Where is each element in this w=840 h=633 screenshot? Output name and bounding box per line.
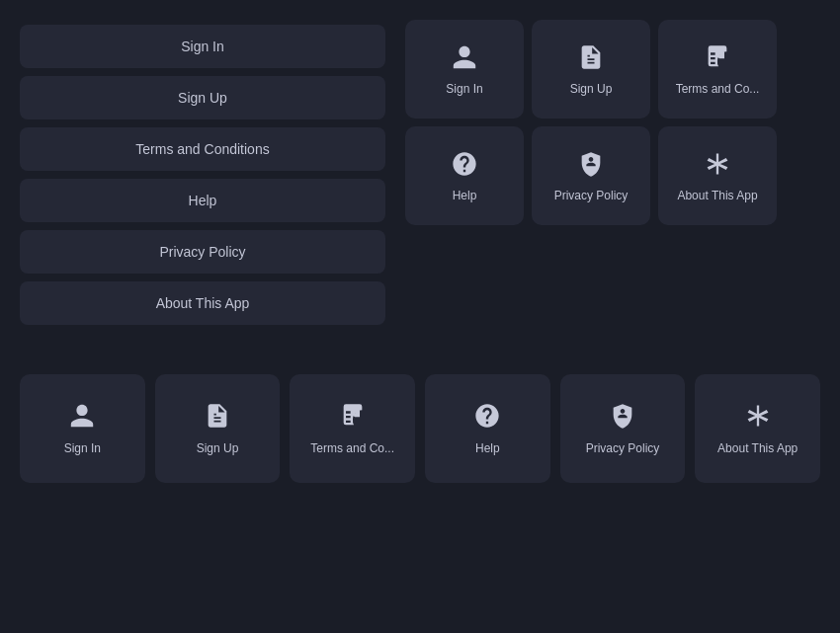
terms-tile[interactable]: Terms and Co... — [658, 20, 777, 119]
doc-icon — [204, 402, 231, 434]
terms-list-btn[interactable]: Terms and Conditions — [20, 127, 385, 171]
sign-up-bottom[interactable]: Sign Up — [155, 374, 281, 483]
sign-in-bottom[interactable]: Sign In — [20, 374, 145, 483]
icon-grid-panel: Sign InSign UpTerms and Co...HelpPrivacy… — [405, 20, 777, 325]
book-icon — [339, 402, 367, 434]
sign-in-tile-label: Sign In — [442, 82, 486, 96]
about-tile-label: About This App — [673, 189, 761, 202]
terms-tile-label: Terms and Co... — [672, 82, 764, 96]
asterisk-icon — [744, 402, 772, 434]
help-bottom-label: Help — [471, 441, 504, 455]
bottom-tiles-panel: Sign InSign UpTerms and Co...HelpPrivacy… — [20, 374, 820, 483]
privacy-list-btn[interactable]: Privacy Policy — [20, 230, 385, 274]
shield-icon — [577, 150, 605, 181]
doc-icon — [577, 43, 605, 74]
sign-up-list-btn[interactable]: Sign Up — [20, 76, 385, 119]
privacy-bottom[interactable]: Privacy Policy — [560, 374, 686, 483]
sign-up-tile-label: Sign Up — [566, 82, 617, 96]
question-icon — [451, 150, 478, 181]
help-tile[interactable]: Help — [405, 126, 524, 225]
about-bottom-label: About This App — [714, 441, 801, 455]
about-tile[interactable]: About This App — [658, 126, 777, 225]
shield-icon — [609, 402, 636, 434]
help-tile-label: Help — [449, 189, 481, 202]
privacy-tile[interactable]: Privacy Policy — [532, 126, 650, 225]
sign-up-bottom-label: Sign Up — [193, 441, 243, 455]
terms-bottom[interactable]: Terms and Co... — [290, 374, 415, 483]
sign-up-tile[interactable]: Sign Up — [532, 20, 650, 119]
help-list-btn[interactable]: Help — [20, 179, 385, 222]
list-buttons-panel: Sign InSign UpTerms and ConditionsHelpPr… — [20, 20, 385, 325]
sign-in-tile[interactable]: Sign In — [405, 20, 524, 119]
user-icon — [68, 402, 96, 434]
about-list-btn[interactable]: About This App — [20, 281, 385, 325]
question-icon — [473, 402, 501, 434]
asterisk-icon — [704, 150, 731, 181]
privacy-bottom-label: Privacy Policy — [582, 441, 664, 455]
privacy-tile-label: Privacy Policy — [550, 189, 632, 202]
help-bottom[interactable]: Help — [425, 374, 550, 483]
terms-bottom-label: Terms and Co... — [306, 441, 398, 455]
top-section: Sign InSign UpTerms and ConditionsHelpPr… — [20, 20, 820, 325]
sign-in-list-btn[interactable]: Sign In — [20, 25, 385, 68]
sign-in-bottom-label: Sign In — [60, 441, 105, 455]
user-icon — [451, 43, 478, 74]
about-bottom[interactable]: About This App — [695, 374, 820, 483]
book-icon — [704, 43, 731, 74]
